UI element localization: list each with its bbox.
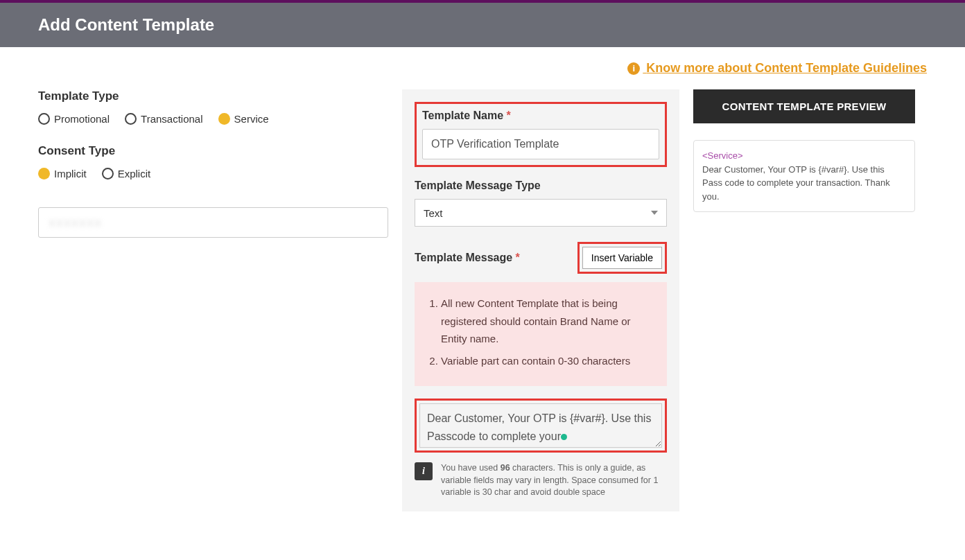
radio-transactional[interactable]: Transactional bbox=[125, 113, 203, 125]
radio-promotional[interactable]: Promotional bbox=[38, 113, 110, 125]
template-name-input[interactable] bbox=[422, 129, 659, 159]
radio-label: Implicit bbox=[54, 168, 87, 180]
char-count-info: i You have used 96 characters. This is o… bbox=[415, 462, 667, 499]
message-type-select[interactable]: Text bbox=[415, 199, 667, 227]
radio-implicit[interactable]: Implicit bbox=[38, 168, 87, 180]
radio-circle-icon bbox=[218, 113, 230, 125]
page-title: Add Content Template bbox=[38, 15, 927, 35]
template-type-group: Promotional Transactional Service bbox=[38, 113, 388, 125]
template-name-label: Template Name * bbox=[422, 110, 659, 122]
guidelines-link-row: i Know more about Content Template Guide… bbox=[38, 61, 927, 76]
blurred-value: XXXXXXX bbox=[49, 217, 102, 229]
preview-tag: <Service> bbox=[702, 149, 906, 163]
radio-label: Promotional bbox=[54, 113, 110, 125]
chevron-down-icon bbox=[651, 211, 658, 215]
message-type-value: Text bbox=[424, 207, 443, 219]
template-message-highlight: Dear Customer, Your OTP is {#var#}. Use … bbox=[415, 399, 667, 453]
middle-column: Template Name * Template Message Type Te… bbox=[402, 89, 679, 511]
guidelines-link[interactable]: i Know more about Content Template Guide… bbox=[627, 61, 927, 75]
radio-circle-icon bbox=[125, 113, 137, 125]
template-message-header: Template Message * Insert Variable bbox=[415, 242, 667, 274]
preview-header: CONTENT TEMPLATE PREVIEW bbox=[693, 89, 915, 123]
notice-item: All new Content Template that is being r… bbox=[441, 295, 656, 348]
info-icon: i bbox=[627, 62, 640, 75]
message-type-label: Template Message Type bbox=[415, 180, 667, 192]
template-message-label: Template Message * bbox=[415, 252, 520, 264]
preview-box: <Service> Dear Customer, Your OTP is {#v… bbox=[693, 140, 915, 212]
guidelines-link-text: Know more about Content Template Guideli… bbox=[646, 61, 927, 75]
right-column: CONTENT TEMPLATE PREVIEW <Service> Dear … bbox=[693, 89, 915, 212]
page-header: Add Content Template bbox=[0, 3, 965, 47]
template-name-highlight: Template Name * bbox=[415, 102, 667, 167]
template-notice: All new Content Template that is being r… bbox=[415, 282, 667, 386]
insert-variable-highlight: Insert Variable bbox=[577, 242, 667, 274]
preview-body: Dear Customer, Your OTP is {#var#}. Use … bbox=[702, 163, 906, 204]
consent-type-label: Consent Type bbox=[38, 144, 388, 158]
template-type-label: Template Type bbox=[38, 89, 388, 103]
template-message-textarea[interactable]: Dear Customer, Your OTP is {#var#}. Use … bbox=[419, 403, 662, 448]
radio-circle-icon bbox=[102, 168, 114, 180]
char-count-text: You have used 96 characters. This is onl… bbox=[441, 462, 667, 499]
notice-item: Variable part can contain 0-30 character… bbox=[441, 352, 656, 370]
columns: Template Type Promotional Transactional … bbox=[38, 89, 927, 511]
radio-circle-icon bbox=[38, 168, 50, 180]
radio-circle-icon bbox=[38, 113, 50, 125]
radio-label: Explicit bbox=[118, 168, 151, 180]
radio-explicit[interactable]: Explicit bbox=[102, 168, 151, 180]
insert-variable-button[interactable]: Insert Variable bbox=[582, 247, 662, 269]
main-container: i Know more about Content Template Guide… bbox=[0, 47, 965, 511]
cursor-dot-icon bbox=[561, 434, 567, 440]
entity-select[interactable]: XXXXXXX bbox=[38, 207, 388, 238]
left-column: Template Type Promotional Transactional … bbox=[38, 89, 388, 238]
radio-label: Service bbox=[234, 113, 269, 125]
required-mark: * bbox=[516, 252, 520, 263]
info-icon: i bbox=[415, 462, 433, 480]
radio-label: Transactional bbox=[141, 113, 203, 125]
radio-service[interactable]: Service bbox=[218, 113, 269, 125]
consent-type-group: Implicit Explicit bbox=[38, 168, 388, 180]
required-mark: * bbox=[507, 110, 511, 121]
